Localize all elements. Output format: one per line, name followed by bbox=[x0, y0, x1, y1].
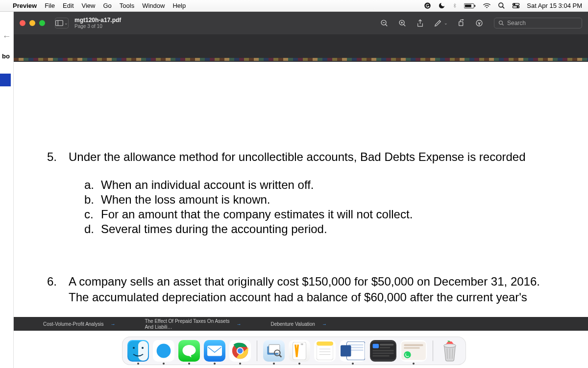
dock-system-settings[interactable] bbox=[370, 340, 396, 362]
dock: " bbox=[122, 337, 466, 365]
markup-button[interactable]: ⌄ bbox=[434, 19, 448, 27]
menu-go[interactable]: Go bbox=[103, 2, 111, 9]
bluetooth-icon[interactable] bbox=[452, 2, 457, 9]
svg-rect-10 bbox=[56, 21, 63, 26]
menubar-clock[interactable]: Sat Apr 15 3:04 PM bbox=[527, 2, 582, 9]
tab-debenture[interactable]: Debenture Valuation bbox=[270, 321, 315, 327]
option-a: a.When an individual account is written … bbox=[84, 178, 564, 192]
svg-point-0 bbox=[425, 2, 431, 9]
window-title-group: mgt120h-a17.pdf Page 3 of 10 bbox=[74, 17, 121, 29]
menu-help[interactable]: Help bbox=[172, 2, 186, 9]
dock-whatsapp[interactable] bbox=[400, 340, 427, 362]
svg-rect-19 bbox=[459, 22, 463, 26]
svg-rect-59 bbox=[404, 347, 419, 349]
close-button[interactable] bbox=[20, 20, 25, 26]
dock-trash[interactable] bbox=[439, 340, 461, 362]
sidebar-toggle-button[interactable]: ⌄ bbox=[55, 18, 69, 28]
background-window-edge: ← bo bbox=[0, 12, 14, 368]
menu-window[interactable]: Window bbox=[142, 2, 165, 9]
question-5: 5. Under the allowance method for uncoll… bbox=[47, 150, 564, 164]
fullscreen-button[interactable] bbox=[39, 20, 45, 26]
dock-separator bbox=[257, 341, 257, 361]
back-arrow-icon[interactable]: ← bbox=[0, 31, 13, 42]
option-text: Several times during the accounting peri… bbox=[101, 222, 327, 237]
zoom-in-button[interactable] bbox=[398, 19, 407, 27]
dock-pages[interactable]: " bbox=[289, 340, 310, 362]
option-letter: c. bbox=[84, 207, 101, 222]
svg-rect-54 bbox=[373, 353, 394, 354]
svg-rect-3 bbox=[474, 5, 475, 7]
option-d: d.Several times during the accounting pe… bbox=[84, 222, 564, 237]
dock-preview[interactable] bbox=[263, 340, 285, 362]
dock-notes[interactable] bbox=[314, 340, 336, 362]
svg-point-26 bbox=[142, 347, 144, 349]
menu-view[interactable]: View bbox=[82, 2, 96, 9]
arrow-icon: → bbox=[322, 321, 327, 327]
wifi-icon[interactable] bbox=[483, 2, 491, 9]
do-not-disturb-icon[interactable] bbox=[438, 2, 445, 9]
tab-label: And Liabili… bbox=[145, 324, 229, 330]
menubar: Preview File Edit View Go Tools Window H… bbox=[0, 0, 588, 12]
svg-rect-45 bbox=[348, 344, 363, 346]
search-field[interactable]: Search bbox=[494, 18, 582, 28]
svg-point-21 bbox=[499, 21, 503, 25]
minimize-button[interactable] bbox=[29, 20, 35, 26]
dock-chrome[interactable] bbox=[229, 340, 251, 362]
chevron-down-icon: ⌄ bbox=[444, 21, 448, 26]
tab-cvp[interactable]: Cost-Volume-Profit Analysis bbox=[43, 321, 103, 327]
menu-app[interactable]: Preview bbox=[13, 2, 37, 9]
question-text: Under the allowance method for uncollect… bbox=[69, 150, 526, 164]
question-6: 6. A company sells an asset that origina… bbox=[47, 275, 564, 289]
spotlight-icon[interactable] bbox=[498, 2, 505, 9]
control-center-icon[interactable] bbox=[512, 2, 520, 9]
question-6-line2: The accumulated depreciation account had… bbox=[69, 290, 564, 304]
svg-point-57 bbox=[404, 351, 411, 358]
page-indicator: Page 3 of 10 bbox=[74, 24, 121, 29]
dock-finder[interactable] bbox=[127, 340, 149, 362]
svg-rect-55 bbox=[373, 355, 390, 357]
menu-edit[interactable]: Edit bbox=[63, 2, 74, 9]
svg-point-9 bbox=[517, 6, 518, 8]
background-tab-strip: Cost-Volume-Profit Analysis → The Effect… bbox=[14, 317, 588, 331]
traffic-lights bbox=[20, 20, 45, 26]
question-text: A company sells an asset that originally… bbox=[69, 275, 540, 289]
highlight-button[interactable] bbox=[475, 19, 483, 27]
option-b: b.When the loss amount is known. bbox=[84, 192, 564, 207]
dock-separator bbox=[433, 341, 433, 361]
svg-point-4 bbox=[499, 3, 503, 7]
svg-rect-52 bbox=[380, 347, 390, 348]
page-top-edge-artifact bbox=[14, 58, 588, 61]
zoom-out-button[interactable] bbox=[380, 19, 389, 27]
dock-mail[interactable] bbox=[204, 340, 225, 362]
svg-point-8 bbox=[514, 4, 515, 5]
dock-messages[interactable] bbox=[178, 340, 200, 362]
chevron-down-icon: ⌄ bbox=[64, 21, 68, 26]
option-letter: d. bbox=[84, 222, 101, 237]
share-button[interactable] bbox=[416, 19, 424, 27]
preview-window: ⌄ mgt120h-a17.pdf Page 3 of 10 ⌄ bbox=[14, 12, 588, 368]
dock-safari[interactable] bbox=[153, 340, 174, 362]
menu-tools[interactable]: Tools bbox=[120, 2, 134, 9]
dock-word[interactable] bbox=[340, 340, 366, 362]
svg-rect-29 bbox=[207, 346, 222, 356]
tab-prepaid[interactable]: The Effect Of Prepaid Taxes On Assets An… bbox=[145, 318, 229, 330]
option-text: For an amount that the company estimates… bbox=[101, 207, 413, 222]
menu-file[interactable]: File bbox=[45, 2, 55, 9]
svg-point-60 bbox=[444, 344, 456, 348]
svg-rect-58 bbox=[404, 344, 423, 346]
svg-rect-50 bbox=[373, 344, 379, 348]
svg-rect-24 bbox=[138, 341, 148, 361]
battery-icon[interactable] bbox=[464, 3, 476, 9]
question-5-options: a.When an individual account is written … bbox=[84, 178, 564, 237]
svg-rect-40 bbox=[317, 342, 333, 346]
arrow-icon: → bbox=[236, 321, 241, 327]
question-number: 6. bbox=[47, 275, 69, 289]
grammarly-icon[interactable] bbox=[424, 2, 431, 9]
document-filename: mgt120h-a17.pdf bbox=[74, 17, 121, 24]
svg-rect-2 bbox=[465, 4, 471, 7]
rotate-button[interactable] bbox=[458, 19, 466, 27]
svg-text:": " bbox=[301, 342, 303, 350]
svg-rect-48 bbox=[341, 345, 351, 356]
svg-rect-37 bbox=[293, 342, 306, 360]
truncated-text: bo bbox=[0, 53, 13, 60]
